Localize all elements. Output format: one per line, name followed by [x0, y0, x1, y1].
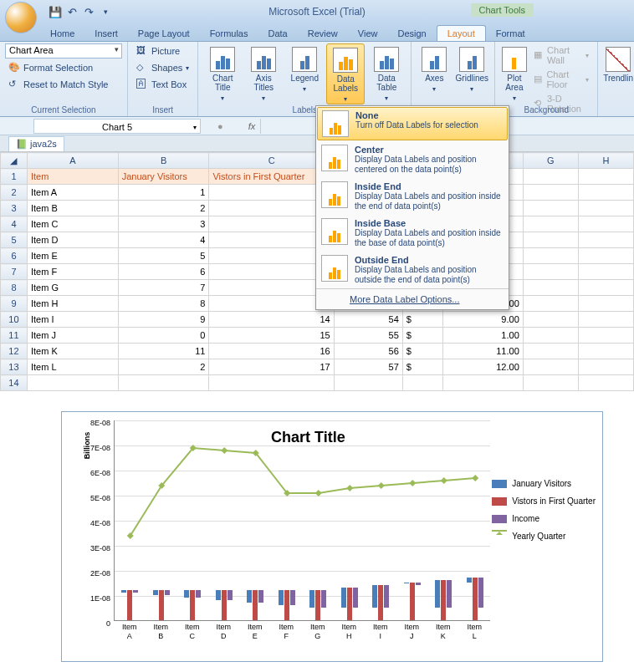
cell-F12[interactable]: 11.00 [442, 344, 523, 359]
cell-D14[interactable] [334, 375, 402, 391]
select-all-cell[interactable]: ◢ [1, 153, 28, 169]
row-header-5[interactable]: 5 [1, 232, 28, 248]
cell-C11[interactable]: 15 [209, 328, 334, 344]
line-marker[interactable] [409, 480, 416, 486]
more-options-link[interactable]: More Data Label Options... [316, 288, 509, 309]
cell-G9[interactable] [523, 296, 578, 312]
chart-element-selector[interactable]: Chart Area [5, 43, 122, 59]
cell-B9[interactable]: 8 [118, 296, 209, 312]
cell-A14[interactable] [27, 375, 118, 391]
cell-A10[interactable]: Item I [27, 312, 118, 328]
cell-H7[interactable] [578, 264, 633, 280]
cell-G8[interactable] [523, 280, 578, 296]
cell-G4[interactable] [523, 216, 578, 232]
insert-textbox-button[interactable]: 🄰Text Box [133, 77, 190, 92]
trendline-button[interactable]: Trendlin [603, 43, 633, 83]
tab-data[interactable]: Data [258, 26, 297, 41]
cell-C13[interactable]: 17 [209, 359, 334, 375]
cell-B6[interactable]: 5 [118, 248, 209, 264]
cell-C12[interactable]: 16 [209, 344, 334, 359]
dropdown-item-center[interactable]: CenterDisplay Data Labels and position c… [316, 141, 509, 178]
cell-E14[interactable] [402, 375, 442, 391]
name-box[interactable]: Chart 5 [33, 119, 201, 134]
cell-H12[interactable] [578, 344, 633, 359]
row-header-8[interactable]: 8 [1, 280, 28, 296]
cell-G10[interactable] [523, 312, 578, 328]
cell-B7[interactable]: 6 [118, 264, 209, 280]
cell-H3[interactable] [578, 201, 633, 216]
column-header-G[interactable]: G [523, 153, 578, 169]
line-marker[interactable] [378, 482, 385, 489]
cell-D13[interactable]: 57 [334, 359, 402, 375]
gridlines-button[interactable]: Gridlines▾ [454, 43, 489, 94]
workbook-tab[interactable]: 📗java2s [8, 136, 64, 151]
cell-A7[interactable]: Item F [27, 264, 118, 280]
cell-A5[interactable]: Item D [27, 232, 118, 248]
cell-H5[interactable] [578, 232, 633, 248]
cell-A2[interactable]: Item A [27, 185, 118, 201]
axes-button[interactable]: Axes▾ [417, 43, 452, 94]
cell-E13[interactable]: $ [402, 359, 442, 375]
row-header-14[interactable]: 14 [1, 375, 28, 391]
cell-H9[interactable] [578, 296, 633, 312]
plot-area-button[interactable]: Plot Area▾ [500, 43, 528, 103]
dropdown-item-outside-end[interactable]: Outside EndDisplay Data Labels and posit… [316, 252, 509, 288]
cell-H14[interactable] [578, 375, 633, 391]
cell-G1[interactable] [523, 169, 578, 185]
cell-E10[interactable]: $ [402, 312, 442, 328]
column-header-A[interactable]: A [27, 153, 118, 169]
qat-more-icon[interactable]: ▾ [99, 5, 112, 18]
cell-H10[interactable] [578, 312, 633, 328]
legend-item[interactable]: Income [492, 514, 596, 523]
cell-B14[interactable] [118, 375, 209, 391]
cell-H13[interactable] [578, 359, 633, 375]
save-icon[interactable]: 💾 [49, 5, 62, 18]
cell-G3[interactable] [523, 201, 578, 216]
fx-label[interactable]: fx [248, 121, 256, 131]
cell-G12[interactable] [523, 344, 578, 359]
cell-H11[interactable] [578, 328, 633, 344]
cell-B10[interactable]: 9 [118, 312, 209, 328]
tab-view[interactable]: View [348, 26, 388, 41]
column-header-H[interactable]: H [578, 153, 633, 169]
chart-legend[interactable]: January VisitorsVistors in First Quarter… [492, 479, 596, 549]
cell-F13[interactable]: 12.00 [442, 359, 523, 375]
column-header-B[interactable]: B [118, 153, 209, 169]
cell-H6[interactable] [578, 248, 633, 264]
legend-item[interactable]: January Visitors [492, 479, 596, 488]
line-marker[interactable] [441, 477, 447, 484]
format-selection-button[interactable]: 🎨Format Selection [5, 60, 96, 75]
row-header-7[interactable]: 7 [1, 264, 28, 280]
cell-B4[interactable]: 3 [118, 216, 209, 232]
insert-shapes-button[interactable]: ◇Shapes▾ [133, 60, 192, 75]
cell-E12[interactable]: $ [402, 344, 442, 359]
tab-insert[interactable]: Insert [84, 26, 128, 41]
dropdown-item-inside-base[interactable]: Inside BaseDisplay Data Labels and posit… [316, 215, 509, 252]
row-header-4[interactable]: 4 [1, 216, 28, 232]
tab-design[interactable]: Design [387, 26, 436, 41]
row-header-6[interactable]: 6 [1, 248, 28, 264]
row-header-3[interactable]: 3 [1, 201, 28, 216]
redo-icon[interactable]: ↷ [82, 5, 95, 18]
cell-A4[interactable]: Item C [27, 216, 118, 232]
cell-A8[interactable]: Item G [27, 280, 118, 296]
cell-G6[interactable] [523, 248, 578, 264]
cell-B3[interactable]: 2 [118, 201, 209, 216]
tab-page-layout[interactable]: Page Layout [128, 26, 200, 41]
cell-B2[interactable]: 1 [118, 185, 209, 201]
line-series[interactable] [130, 448, 476, 536]
cell-A6[interactable]: Item E [27, 248, 118, 264]
cell-F10[interactable]: 9.00 [442, 312, 523, 328]
tab-layout[interactable]: Layout [437, 25, 486, 41]
legend-item[interactable]: Vistors in First Quarter [492, 496, 596, 506]
row-header-12[interactable]: 12 [1, 344, 28, 359]
row-header-10[interactable]: 10 [1, 312, 28, 328]
embedded-chart[interactable]: Chart Title Billions 01E-082E-083E-084E-… [61, 411, 603, 662]
row-header-9[interactable]: 9 [1, 296, 28, 312]
tab-format[interactable]: Format [486, 26, 535, 41]
reset-style-button[interactable]: ↺Reset to Match Style [5, 77, 112, 92]
cell-B13[interactable]: 2 [118, 359, 209, 375]
office-button[interactable] [5, 2, 37, 33]
cell-H8[interactable] [578, 280, 633, 296]
insert-picture-button[interactable]: 🖼Picture [133, 43, 183, 59]
